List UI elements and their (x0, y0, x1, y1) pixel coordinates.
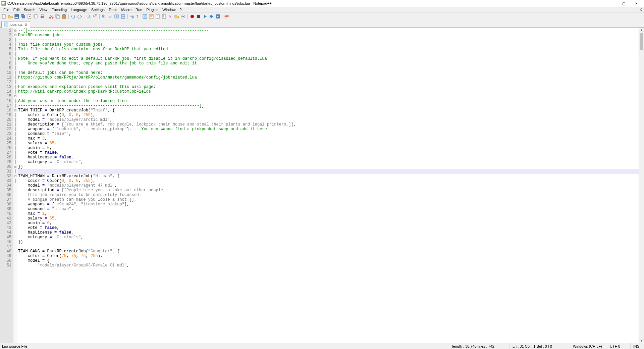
maximize-button[interactable]: ▢ (617, 0, 630, 6)
tab-jobs-lua[interactable]: jobs.lua ⊠ (1, 21, 30, 28)
menu-close-doc[interactable]: X (640, 8, 642, 12)
menu-file[interactable]: File (1, 7, 11, 12)
doc-map-icon[interactable] (155, 14, 160, 19)
save-macro-icon[interactable] (215, 14, 220, 19)
scroll-thumb[interactable] (640, 33, 643, 50)
scroll-down-icon[interactable]: ▼ (639, 338, 644, 343)
status-insert-mode[interactable]: INS (631, 343, 644, 349)
open-file-icon[interactable] (8, 14, 13, 19)
svg-rect-1 (2, 2, 5, 3)
new-file-icon[interactable] (1, 14, 7, 19)
toolbar-separator (47, 14, 47, 19)
replace-icon[interactable] (92, 14, 98, 19)
monitor-icon[interactable] (180, 14, 186, 19)
toolbar-separator-3 (84, 14, 84, 19)
print-icon[interactable] (40, 14, 45, 19)
zoom-in-icon[interactable] (101, 14, 107, 19)
svg-text:fx: fx (169, 15, 171, 18)
svg-rect-3 (2, 14, 5, 18)
close-file-icon[interactable]: × (27, 14, 32, 19)
wordwrap-icon[interactable] (129, 14, 135, 19)
paste-icon[interactable] (61, 14, 67, 19)
menu-plugins[interactable]: Plugins (144, 7, 160, 12)
svg-rect-42 (197, 15, 200, 18)
menu-run[interactable]: Run (133, 7, 144, 12)
save-all-icon[interactable] (20, 14, 26, 19)
scroll-up-icon[interactable]: ▲ (639, 28, 644, 32)
toolbar-separator-6 (187, 14, 188, 19)
toolbar-separator-5 (127, 14, 128, 19)
status-position: Ln : 31 Col : 1 Sel : 0 | 0 (510, 343, 570, 349)
func-list-icon[interactable]: fx (168, 14, 173, 19)
toolbar-separator-2 (68, 14, 69, 19)
menu-settings[interactable]: Settings (89, 7, 107, 12)
user-lang-icon[interactable] (149, 14, 154, 19)
spellcheck-icon[interactable]: ABC (224, 14, 229, 19)
record-macro-icon[interactable] (190, 14, 195, 19)
close-button[interactable]: ✕ (630, 0, 643, 6)
status-encoding[interactable]: UTF-8 (607, 343, 631, 349)
menu-tools[interactable]: Tools (107, 7, 119, 12)
window-title: C:\Users\sonny\AppData\Local\Temp\scp046… (7, 1, 604, 5)
svg-rect-5 (15, 17, 18, 18)
menu-help[interactable]: ? (177, 7, 183, 12)
svg-text:ABC: ABC (224, 15, 229, 18)
menu-view[interactable]: View (38, 7, 50, 12)
svg-rect-32 (156, 14, 159, 18)
svg-rect-25 (115, 15, 116, 18)
svg-rect-7 (22, 15, 25, 18)
svg-rect-18 (62, 15, 66, 18)
folder-workspace-icon[interactable] (174, 14, 179, 19)
sync-v-icon[interactable] (114, 14, 119, 19)
svg-rect-13 (41, 14, 43, 16)
play-macro-icon[interactable] (202, 14, 208, 19)
menu-window[interactable]: Window (160, 7, 177, 12)
toolbar: × ¶ fx ABC (0, 13, 644, 20)
play-multi-icon[interactable] (209, 14, 214, 19)
show-all-chars-icon[interactable]: ¶ (136, 14, 141, 19)
find-icon[interactable] (86, 14, 91, 19)
menu-language[interactable]: Language (69, 7, 89, 12)
menu-search[interactable]: Search (22, 7, 38, 12)
svg-rect-27 (121, 14, 125, 16)
svg-point-40 (182, 16, 184, 17)
doc-list-icon[interactable] (161, 14, 167, 19)
minimize-button[interactable]: — (604, 0, 617, 6)
menu-encoding[interactable]: Encoding (49, 7, 69, 12)
vertical-scrollbar[interactable]: ▲ ▼ (639, 28, 644, 343)
svg-rect-35 (162, 14, 166, 18)
status-eol[interactable]: Windows (CR LF) (570, 343, 607, 349)
stop-macro-icon[interactable] (196, 14, 201, 19)
svg-rect-11 (35, 15, 37, 18)
close-all-icon[interactable] (33, 14, 39, 19)
indent-guide-icon[interactable] (142, 14, 148, 19)
svg-text:×: × (29, 15, 30, 18)
window-titlebar: C:\Users\sonny\AppData\Local\Temp\scp046… (0, 0, 644, 7)
zoom-out-icon[interactable] (108, 14, 113, 19)
svg-point-20 (87, 15, 90, 17)
svg-point-21 (93, 15, 95, 17)
svg-point-37 (163, 16, 164, 17)
undo-icon[interactable] (70, 14, 76, 19)
redo-icon[interactable] (77, 14, 82, 19)
editor: 1234567891011121314151617181920212223242… (0, 28, 644, 343)
svg-rect-28 (121, 17, 125, 18)
status-bar: Lua source File length : 30,746 lines : … (0, 343, 644, 349)
copy-icon[interactable] (55, 14, 60, 19)
menu-edit[interactable]: Edit (11, 7, 22, 12)
toolbar-separator-7 (222, 14, 222, 19)
svg-rect-17 (57, 15, 59, 18)
svg-rect-34 (157, 16, 158, 16)
svg-rect-19 (63, 14, 65, 15)
menu-macro[interactable]: Macro (119, 7, 133, 12)
code-area[interactable]: --[[------------------------------------… (17, 28, 639, 343)
window-controls: — ▢ ✕ (604, 0, 643, 6)
line-number-gutter: 1234567891011121314151617181920212223242… (0, 28, 13, 343)
sync-h-icon[interactable] (120, 14, 126, 19)
fold-column[interactable]: ⊟⊟││││││││││││⊟││⊟│││││││││││⊟│⊟│ (13, 28, 17, 343)
svg-rect-33 (157, 15, 158, 15)
svg-text:¶: ¶ (137, 14, 139, 18)
cut-icon[interactable] (49, 14, 54, 19)
tab-close-icon[interactable]: ⊠ (24, 23, 27, 27)
save-icon[interactable] (14, 14, 19, 19)
